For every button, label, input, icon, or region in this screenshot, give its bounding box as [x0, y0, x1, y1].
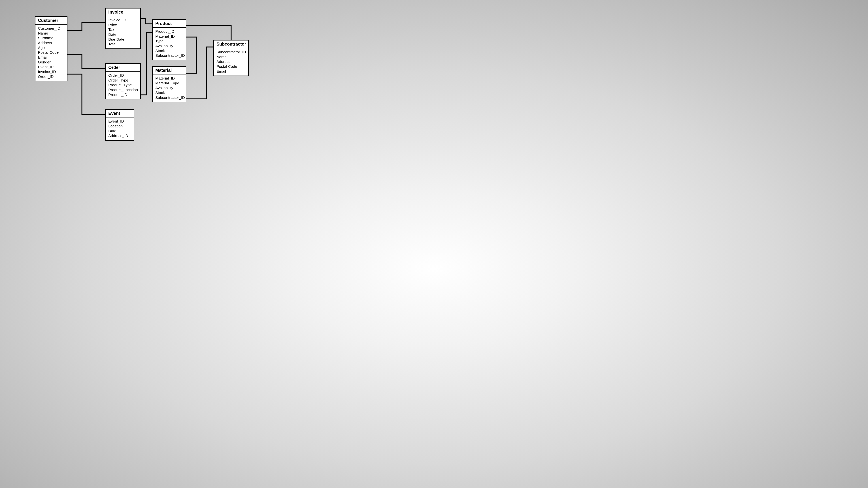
entity-attr: Invoice_ID	[38, 69, 64, 74]
entity-attr: Address_ID	[108, 133, 131, 138]
entity-product: Product Product_ID Material_ID Type Avai…	[152, 19, 186, 60]
entity-attr: Product_Type	[108, 83, 138, 88]
entity-material: Material Material_ID Material_Type Avail…	[152, 66, 186, 102]
entity-attr: Stock	[155, 90, 183, 95]
entity-attr: Product_ID	[108, 92, 138, 97]
entity-attr: Subcontractor_ID	[216, 50, 246, 55]
entity-attr: Order_ID	[108, 73, 138, 78]
entity-attr: Tax	[108, 27, 138, 32]
er-diagram-canvas: Customer Customer_ID Name Surname Addres…	[0, 0, 268, 151]
entity-title: Product	[153, 20, 186, 28]
entity-attr: Stock	[155, 48, 183, 53]
entity-attr: Age	[38, 45, 64, 50]
entity-attr: Product_Location	[108, 88, 138, 92]
entity-title: Order	[106, 64, 140, 72]
entity-title: Material	[153, 67, 186, 74]
entity-attr: Invoice_ID	[108, 18, 138, 23]
entity-attr: Availability	[155, 43, 183, 48]
entity-attr: Address	[38, 40, 64, 45]
entity-attr: Product_ID	[155, 29, 183, 34]
entity-attr: Event_ID	[108, 119, 131, 124]
entity-title: Event	[106, 110, 134, 118]
entity-attr: Price	[108, 23, 138, 28]
entity-attr: Postal Code	[38, 50, 64, 55]
entity-body: Order_ID Order_Type Product_Type Product…	[106, 72, 140, 99]
entity-title: Customer	[35, 17, 67, 25]
entity-attr: Gender	[38, 60, 64, 65]
entity-body: Material_ID Material_Type Availability S…	[153, 74, 186, 102]
entity-attr: Date	[108, 32, 138, 37]
entity-body: Product_ID Material_ID Type Availability…	[153, 28, 186, 60]
entity-body: Invoice_ID Price Tax Date Due Date Total	[106, 16, 140, 48]
entity-attr: Material_ID	[155, 76, 183, 81]
entity-attr: Date	[108, 129, 131, 133]
entity-attr: Material_ID	[155, 34, 183, 39]
entity-attr: Subcontractor_ID	[155, 95, 183, 100]
entity-attr: Type	[155, 39, 183, 43]
entity-body: Subcontractor_ID Name Address Postal Cod…	[214, 48, 248, 75]
entity-attr: Postal Code	[216, 64, 246, 69]
entity-subcontractor: Subcontractor Subcontractor_ID Name Addr…	[213, 40, 249, 76]
entity-attr: Surname	[38, 36, 64, 40]
entity-title: Subcontractor	[214, 40, 248, 48]
entity-body: Customer_ID Name Surname Address Age Pos…	[35, 25, 67, 81]
entity-title: Invoice	[106, 8, 140, 16]
entity-attr: Location	[108, 124, 131, 129]
entity-attr: Customer_ID	[38, 26, 64, 31]
entity-order: Order Order_ID Order_Type Product_Type P…	[105, 63, 141, 99]
entity-customer: Customer Customer_ID Name Surname Addres…	[35, 16, 67, 81]
entity-attr: Name	[216, 55, 246, 60]
entity-invoice: Invoice Invoice_ID Price Tax Date Due Da…	[105, 8, 141, 49]
entity-attr: Name	[38, 31, 64, 36]
entity-attr: Due Date	[108, 37, 138, 42]
entity-attr: Material_Type	[155, 81, 183, 86]
entity-attr: Order_ID	[38, 74, 64, 79]
entity-attr: Email	[38, 55, 64, 60]
entity-event: Event Event_ID Location Date Address_ID	[105, 109, 134, 141]
entity-attr: Address	[216, 59, 246, 64]
entity-attr: Availability	[155, 86, 183, 90]
entity-body: Event_ID Location Date Address_ID	[106, 118, 134, 140]
entity-attr: Order_Type	[108, 78, 138, 83]
entity-attr: Email	[216, 69, 246, 74]
entity-attr: Event_ID	[38, 65, 64, 69]
entity-attr: Total	[108, 42, 138, 46]
entity-attr: Subcontractor_ID	[155, 53, 183, 58]
